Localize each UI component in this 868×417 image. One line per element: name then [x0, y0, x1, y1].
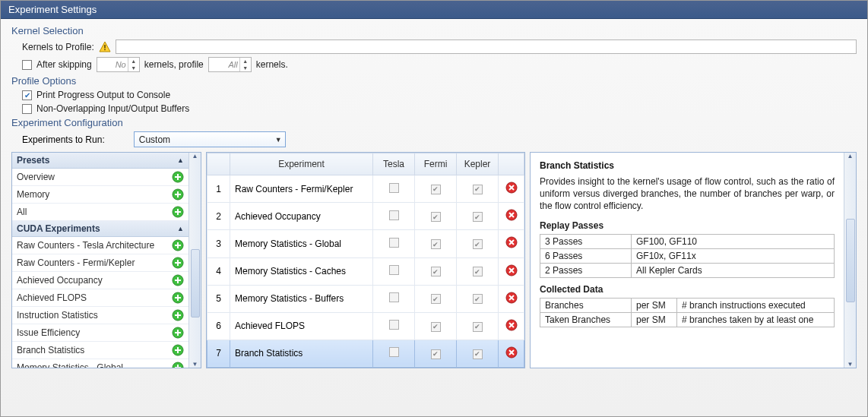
non-overlapping-label: Non-Overlapping Input/Output Buffers: [36, 103, 189, 114]
grid-header[interactable]: Kepler: [457, 153, 499, 175]
scroll-down-icon[interactable]: ▼: [192, 361, 198, 368]
fermi-checkbox: [431, 349, 441, 359]
after-skipping-value[interactable]: [97, 60, 128, 69]
spinner-up-icon[interactable]: ▲: [128, 58, 139, 65]
tesla-checkbox: [389, 347, 399, 357]
presets-list: Presets▲OverviewMemoryAllCUDA Experiment…: [12, 153, 188, 368]
presets-header[interactable]: Presets▲: [12, 153, 188, 169]
add-icon[interactable]: [172, 362, 184, 368]
svg-rect-14: [175, 245, 181, 246]
kepler-checkbox: [473, 267, 483, 276]
add-icon[interactable]: [172, 274, 184, 286]
cuda-experiment-item[interactable]: Achieved FLOPS: [12, 289, 188, 307]
spinner-down-icon[interactable]: ▼: [240, 65, 251, 71]
table-row[interactable]: 2 Achieved Occupancy: [207, 203, 524, 230]
delete-icon[interactable]: [505, 346, 518, 359]
details-desc: Provides insight to the kernel's usage o…: [540, 175, 835, 213]
grid-header[interactable]: [207, 153, 230, 175]
collapse-icon: ▲: [177, 156, 184, 164]
replay-passes: 6 Passes: [540, 248, 632, 263]
after-skipping-row: After skipping ▲▼ kernels, profile ▲▼ ke…: [22, 57, 857, 72]
table-row[interactable]: 7 Branch Statistics: [207, 340, 524, 367]
scroll-down-icon[interactable]: ▼: [847, 361, 854, 368]
add-icon[interactable]: [172, 292, 184, 304]
experiment-label: Achieved FLOPS: [17, 292, 87, 303]
grid-header[interactable]: [499, 153, 524, 175]
profile-options-heading: Profile Options: [11, 75, 857, 87]
fermi-checkbox: [431, 267, 441, 276]
kernels-profile-value[interactable]: [209, 60, 239, 69]
add-icon[interactable]: [172, 327, 184, 339]
table-row[interactable]: 5 Memory Statistics - Buffers: [207, 285, 524, 312]
cuda-experiment-item[interactable]: Issue Efficiency: [12, 324, 188, 342]
tesla-checkbox: [389, 238, 399, 248]
svg-rect-17: [175, 262, 181, 264]
details-body: Branch Statistics Provides insight to th…: [531, 153, 844, 368]
svg-rect-20: [175, 280, 181, 281]
row-experiment: Memory Statistics - Global: [230, 230, 373, 257]
cuda-experiments-header[interactable]: CUDA Experiments▲: [12, 221, 188, 237]
row-experiment: Branch Statistics: [230, 340, 373, 367]
experiment-label: Raw Counters - Fermi/Kepler: [17, 257, 135, 268]
after-skipping-checkbox[interactable]: [22, 60, 32, 70]
cuda-experiment-item[interactable]: Raw Counters - Tesla Architecture: [12, 237, 188, 254]
delete-icon[interactable]: [505, 236, 518, 248]
add-icon[interactable]: [172, 206, 184, 218]
tesla-checkbox: [389, 210, 399, 220]
add-icon[interactable]: [172, 239, 184, 251]
delete-icon[interactable]: [505, 264, 518, 276]
after-skipping-spinner[interactable]: ▲▼: [97, 57, 140, 72]
add-icon[interactable]: [172, 309, 184, 321]
delete-icon[interactable]: [505, 292, 518, 304]
replay-cards: GF10x, GF11x: [632, 248, 835, 263]
add-icon[interactable]: [172, 188, 184, 201]
grid-header[interactable]: Experiment: [230, 153, 373, 175]
replay-row: 3 PassesGF100, GF110: [540, 234, 835, 248]
print-progress-checkbox[interactable]: [22, 90, 32, 100]
collected-table: Branchesper SM# branch instructions exec…: [540, 298, 835, 327]
preset-item[interactable]: Overview: [12, 169, 188, 186]
spinner-up-icon[interactable]: ▲: [240, 58, 251, 65]
add-icon[interactable]: [172, 257, 184, 269]
exp-config-heading: Experiment Configuration: [11, 117, 857, 128]
cuda-experiment-item[interactable]: Raw Counters - Fermi/Kepler: [12, 254, 188, 272]
table-row[interactable]: 4 Memory Statistics - Caches: [207, 257, 524, 285]
delete-icon[interactable]: [505, 319, 518, 331]
experiments-to-run-combo[interactable]: Custom ▼: [134, 131, 286, 147]
row-experiment: Memory Statistics - Buffers: [230, 285, 373, 312]
scroll-up-icon[interactable]: ▲: [847, 153, 854, 160]
delete-icon[interactable]: [505, 182, 518, 194]
kepler-checkbox: [473, 239, 483, 249]
add-icon[interactable]: [172, 344, 184, 356]
table-row[interactable]: 3 Memory Statistics - Global: [207, 230, 524, 257]
scroll-thumb[interactable]: [191, 249, 200, 317]
delete-icon[interactable]: [505, 209, 518, 221]
print-progress-row: Print Progress Output to Console: [22, 90, 857, 100]
preset-item[interactable]: All: [12, 204, 188, 221]
replay-cards: GF100, GF110: [632, 234, 835, 248]
scrollbar[interactable]: ▲ ▼: [188, 153, 201, 368]
grid-header[interactable]: Tesla: [373, 153, 415, 175]
non-overlapping-row: Non-Overlapping Input/Output Buffers: [22, 103, 857, 114]
spinner-down-icon[interactable]: ▼: [128, 65, 139, 71]
collected-desc: # branch instructions executed: [677, 298, 835, 312]
cuda-experiment-item[interactable]: Instruction Statistics: [12, 307, 188, 324]
details-pane: Branch Statistics Provides insight to th…: [530, 152, 857, 368]
scroll-thumb[interactable]: [846, 219, 855, 302]
kernels-to-profile-input[interactable]: [116, 39, 857, 54]
grid-header[interactable]: Fermi: [415, 153, 457, 175]
replay-passes: 2 Passes: [540, 263, 632, 277]
cuda-experiment-item[interactable]: Memory Statistics - Global: [12, 359, 188, 368]
cuda-experiment-item[interactable]: Achieved Occupancy: [12, 272, 188, 289]
row-experiment: Raw Counters - Fermi/Kepler: [230, 175, 373, 203]
non-overlapping-checkbox[interactable]: [22, 104, 32, 114]
cuda-experiment-item[interactable]: Branch Statistics: [12, 342, 188, 359]
collected-heading: Collected Data: [540, 284, 835, 295]
kernels-profile-spinner[interactable]: ▲▼: [208, 57, 252, 72]
table-row[interactable]: 6 Achieved FLOPS: [207, 312, 524, 340]
preset-item[interactable]: Memory: [12, 186, 188, 204]
table-row[interactable]: 1 Raw Counters - Fermi/Kepler: [207, 175, 524, 203]
add-icon[interactable]: [172, 171, 184, 183]
scrollbar[interactable]: ▲ ▼: [844, 153, 856, 368]
scroll-up-icon[interactable]: ▲: [192, 153, 198, 160]
